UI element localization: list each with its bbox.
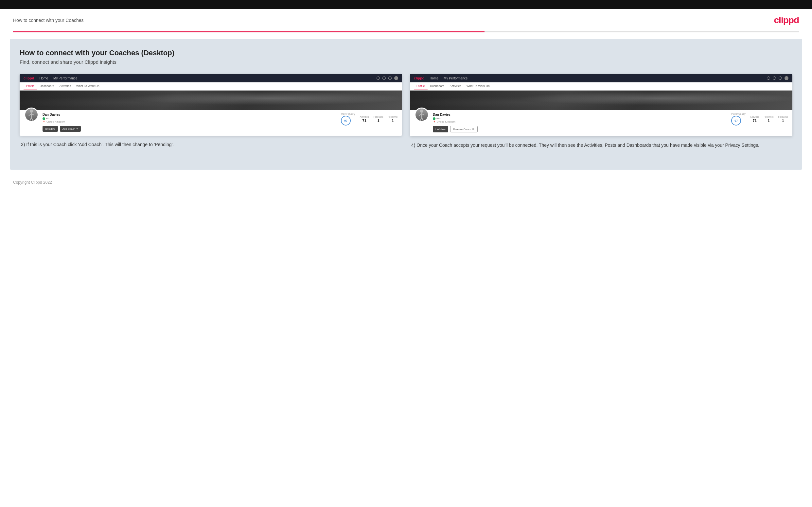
mock-nav-home-left[interactable]: Home [39, 76, 48, 80]
mock-nav-icons-left [376, 76, 398, 80]
caption-left: 3) If this is your Coach click 'Add Coac… [20, 141, 402, 148]
activities-value-right: 71 [750, 119, 759, 123]
mock-user-badge-right: Pro [433, 117, 727, 120]
copyright: Copyright Clippd 2022 [13, 180, 52, 185]
header-title: How to connect with your Coaches [13, 18, 84, 23]
following-value-left: 1 [388, 119, 398, 123]
remove-coach-button[interactable]: Remove Coach ✕ [450, 126, 478, 132]
pin-icon-left: 📍 [43, 121, 46, 123]
tab-dashboard-left[interactable]: Dashboard [37, 82, 57, 90]
mock-hero-img-left [20, 91, 402, 110]
svg-point-6 [420, 110, 423, 113]
activities-label-right: Activities [750, 116, 759, 118]
mock-logo-right: clippd [414, 76, 424, 80]
mock-avatar-left [24, 108, 39, 122]
golfer-icon-left [27, 109, 36, 121]
followers-label-right: Followers [764, 116, 773, 118]
mock-browser-right: clippd Home My Performance Profile Dashb… [410, 74, 792, 136]
mock-hero-left [20, 91, 402, 110]
tab-activities-right[interactable]: Activities [447, 82, 464, 90]
mock-nav-myperformance-left[interactable]: My Performance [53, 76, 77, 80]
mock-nav-home-right[interactable]: Home [429, 76, 439, 80]
activities-value-left: 71 [360, 119, 369, 123]
screenshot-block-left: clippd Home My Performance Profile Dashb… [20, 74, 402, 149]
mock-logo-left: clippd [23, 76, 34, 80]
x-icon: ✕ [472, 127, 475, 131]
tab-dashboard-right[interactable]: Dashboard [427, 82, 447, 90]
screenshot-block-right: clippd Home My Performance Profile Dashb… [410, 74, 792, 149]
plus-icon: + [76, 127, 78, 130]
header-divider [13, 32, 799, 33]
mock-stats-left: Player Quality 97 Activities 71 Follower… [341, 113, 398, 125]
quality-label-left: Player Quality [341, 113, 355, 115]
mock-user-location-left: 📍 United Kingdom [43, 120, 337, 123]
mock-hero-img-right [410, 91, 792, 110]
screenshots-row: clippd Home My Performance Profile Dashb… [20, 74, 792, 149]
caption-right: 4) Once your Coach accepts your request … [410, 142, 792, 149]
mock-tabs-right: Profile Dashboard Activities What To Wor… [410, 82, 792, 91]
mock-nav-icons-right [767, 76, 789, 80]
mock-user-info-right: Dan Davies Pro 📍 United Kingdom Unfollow [433, 113, 727, 132]
mock-nav-myperformance-right[interactable]: My Performance [444, 76, 467, 80]
mock-avatar-right [414, 108, 429, 122]
tab-activities-left[interactable]: Activities [57, 82, 74, 90]
mock-nav-left: clippd Home My Performance [20, 74, 402, 82]
mock-username-left: Dan Davies [43, 113, 337, 116]
mock-tabs-left: Profile Dashboard Activities What To Wor… [20, 82, 402, 91]
mock-profile-left: Dan Davies Pro 📍 United Kingdom Unfollow [20, 110, 402, 136]
quality-label-right: Player Quality [731, 113, 746, 115]
followers-value-right: 1 [764, 119, 773, 123]
main-content: How to connect with your Coaches (Deskto… [10, 39, 802, 170]
mock-user-location-right: 📍 United Kingdom [433, 120, 727, 123]
mock-browser-left: clippd Home My Performance Profile Dashb… [20, 74, 402, 136]
mock-hero-right [410, 91, 792, 110]
following-value-right: 1 [778, 119, 788, 123]
page-subheading: Find, connect and share your Clippd insi… [20, 59, 792, 65]
unfollow-button-right[interactable]: Unfollow [433, 126, 448, 132]
mock-buttons-left: Unfollow Add Coach + [43, 126, 337, 132]
tab-profile-left[interactable]: Profile [23, 82, 37, 90]
svg-line-5 [32, 118, 33, 121]
top-bar [0, 0, 812, 9]
tab-whattworkon-right[interactable]: What To Work On [464, 82, 492, 90]
user-icon-right[interactable] [773, 76, 776, 80]
mock-profile-row-left: Dan Davies Pro 📍 United Kingdom Unfollow [24, 113, 398, 132]
svg-line-10 [420, 118, 422, 121]
mock-user-badge-left: Pro [43, 117, 337, 120]
tab-whattworkon-left[interactable]: What To Work On [73, 82, 102, 90]
mock-stat-activities-left: Activities 71 [360, 116, 369, 123]
globe-icon[interactable] [394, 76, 398, 80]
unfollow-button-left[interactable]: Unfollow [43, 126, 58, 132]
mock-buttons-right: Unfollow Remove Coach ✕ [433, 126, 727, 132]
header: How to connect with your Coaches clippd [0, 9, 812, 32]
mock-stat-quality-left: Player Quality 97 [341, 113, 355, 125]
logo: clippd [774, 15, 799, 25]
mock-profile-row-right: Dan Davies Pro 📍 United Kingdom Unfollow [414, 113, 788, 132]
golfer-icon-right [417, 109, 426, 121]
add-coach-button[interactable]: Add Coach + [60, 126, 81, 132]
mock-stats-right: Player Quality 97 Activities 71 Follower… [731, 113, 788, 125]
svg-line-11 [422, 118, 423, 121]
mock-username-right: Dan Davies [433, 113, 727, 116]
following-label-right: Following [778, 116, 788, 118]
search-icon[interactable] [376, 76, 380, 80]
user-icon[interactable] [383, 76, 386, 80]
search-icon-right[interactable] [767, 76, 770, 80]
quality-circle-left: 97 [341, 116, 351, 125]
activities-label-left: Activities [360, 116, 369, 118]
verified-icon-left [43, 117, 45, 120]
settings-icon-right[interactable] [779, 76, 782, 80]
mock-stat-quality-right: Player Quality 97 [731, 113, 746, 125]
mock-avatar-inner-left [25, 109, 38, 121]
quality-circle-right: 97 [731, 116, 741, 125]
mock-nav-right: clippd Home My Performance [410, 74, 792, 82]
footer: Copyright Clippd 2022 [0, 176, 812, 188]
tab-profile-right[interactable]: Profile [414, 82, 427, 90]
mock-user-info-left: Dan Davies Pro 📍 United Kingdom Unfollow [43, 113, 337, 132]
settings-icon[interactable] [388, 76, 392, 80]
pin-icon-right: 📍 [433, 121, 436, 123]
globe-icon-right[interactable] [784, 76, 789, 80]
svg-line-4 [30, 118, 32, 121]
mock-stat-followers-right: Followers 1 [764, 116, 773, 123]
followers-label-left: Followers [373, 116, 383, 118]
